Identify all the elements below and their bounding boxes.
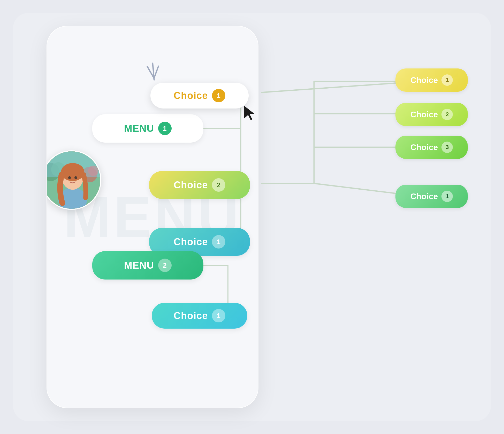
right-choice3-badge: 3 (441, 142, 453, 153)
right-choice1-node[interactable]: Choice 1 (395, 68, 468, 92)
menu1-badge: 1 (158, 122, 172, 135)
phone-frame: MENU (47, 26, 258, 408)
choice2-mid-label: Choice (174, 180, 208, 191)
right-choice3-label: Choice (410, 143, 438, 152)
menu2-badge: 2 (158, 259, 172, 272)
choice2-mid-node[interactable]: Choice 2 (149, 171, 250, 199)
avatar (47, 150, 101, 210)
outer-container: MENU (13, 13, 491, 421)
spark-icon (150, 63, 157, 81)
phone-inner: MENU (47, 26, 258, 408)
choice1-top-label: Choice (174, 90, 208, 101)
choice2-mid-badge: 2 (212, 178, 225, 192)
menu2-label: MENU (124, 260, 154, 271)
choice1-top-badge: 1 (212, 89, 225, 102)
cursor-icon (243, 105, 256, 121)
svg-marker-20 (244, 106, 255, 120)
choice-next-badge: 1 (212, 309, 225, 322)
right-choice4-label: Choice (410, 192, 438, 201)
avatar-image (47, 151, 100, 209)
right-choice3-node[interactable]: Choice 3 (395, 136, 468, 159)
choice3-lower-badge: 1 (212, 235, 225, 249)
right-choice2-label: Choice (410, 110, 438, 119)
menu1-label: MENU (124, 123, 154, 134)
right-choice2-node[interactable]: Choice 2 (395, 103, 468, 126)
svg-point-11 (74, 176, 77, 179)
svg-point-9 (61, 163, 84, 181)
right-choice1-label: Choice (410, 75, 438, 85)
svg-point-10 (68, 176, 71, 179)
menu2-node[interactable]: MENU 2 (92, 251, 203, 280)
choice-next-label: Choice (174, 310, 208, 321)
right-choice1-badge: 1 (441, 74, 453, 86)
avatar-svg (47, 151, 101, 210)
right-choice4-node[interactable]: Choice 1 (395, 185, 468, 208)
right-choice2-badge: 2 (441, 109, 453, 120)
choice1-top-node[interactable]: Choice 1 (150, 83, 249, 109)
choice-next-node[interactable]: Choice 1 (152, 303, 247, 329)
choice3-lower-label: Choice (174, 236, 208, 247)
right-choice4-badge: 1 (441, 191, 453, 202)
menu1-node[interactable]: MENU 1 (92, 114, 203, 143)
